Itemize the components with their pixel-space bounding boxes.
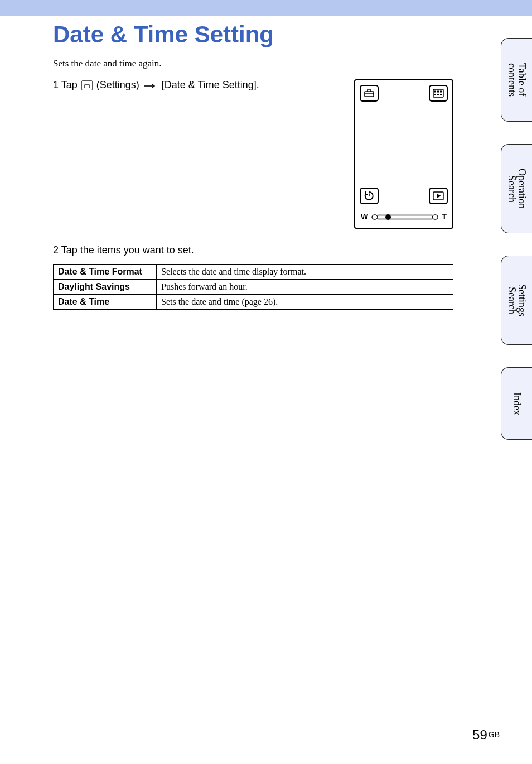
- table-row: Daylight Savings Pushes forward an hour.: [54, 280, 453, 295]
- tab-index[interactable]: Index: [501, 367, 532, 440]
- tab-table-of-contents[interactable]: Table of contents: [501, 38, 532, 122]
- tab-operation-search[interactable]: Operation Search: [501, 144, 532, 233]
- svg-rect-6: [440, 91, 442, 93]
- zoom-tele-label: T: [442, 212, 447, 221]
- side-tabs: Table of contents Operation Search Setti…: [474, 38, 532, 462]
- tab-settings-search[interactable]: Settings Search: [501, 256, 532, 345]
- step-1-target: [Date & Time Setting].: [159, 79, 259, 90]
- step-1-settings-label: (Settings): [94, 79, 142, 90]
- svg-rect-3: [433, 89, 443, 97]
- svg-point-14: [432, 215, 438, 219]
- step-1-row: 1 Tap (Settings) [Date & Time Setting].: [53, 79, 453, 229]
- tab-label: Index: [511, 392, 522, 415]
- device-screen-figure: W T: [354, 79, 453, 229]
- page-suffix: GB: [489, 730, 500, 739]
- step-2-number: 2: [53, 244, 59, 256]
- step-2-label: Tap the items you want to set.: [61, 244, 194, 256]
- header-band: [0, 0, 532, 16]
- svg-marker-12: [437, 194, 441, 198]
- row-key: Date & Time: [54, 295, 157, 310]
- zoom-track: [371, 214, 438, 219]
- figure-timer-button: [360, 188, 379, 204]
- settings-table: Date & Time Format Selects the date and …: [53, 264, 453, 310]
- grid-icon: [433, 89, 444, 98]
- zoom-bar: W T: [361, 210, 447, 223]
- svg-rect-5: [437, 91, 439, 93]
- figure-play-button: [429, 188, 448, 204]
- svg-point-13: [372, 215, 378, 219]
- step-1-text: 1 Tap (Settings) [Date & Time Setting].: [53, 79, 346, 92]
- play-icon: [433, 191, 444, 200]
- svg-point-17: [385, 214, 391, 220]
- svg-rect-9: [440, 94, 442, 95]
- row-desc: Sets the date and time (page 26).: [157, 295, 453, 310]
- svg-rect-7: [434, 94, 436, 95]
- tab-label: Table of contents: [506, 63, 528, 97]
- step-1-number: 1: [53, 79, 59, 90]
- figure-settings-button: [360, 85, 379, 102]
- table-row: Date & Time Format Selects the date and …: [54, 265, 453, 280]
- table-row: Date & Time Sets the date and time (page…: [54, 295, 453, 310]
- page-num: 59: [472, 727, 487, 742]
- toolbox-icon: [364, 88, 375, 98]
- row-key: Date & Time Format: [54, 265, 157, 280]
- step-2-text: 2 Tap the items you want to set.: [53, 244, 453, 256]
- svg-rect-8: [437, 94, 439, 95]
- main-content: Date & Time Setting Sets the date and ti…: [53, 21, 453, 310]
- step-2-block: 2 Tap the items you want to set. Date & …: [53, 244, 453, 310]
- zoom-wide-label: W: [361, 212, 368, 221]
- page-title: Date & Time Setting: [53, 21, 453, 48]
- page-number: 59GB: [472, 727, 500, 743]
- row-desc: Pushes forward an hour.: [157, 280, 453, 295]
- row-desc: Selects the date and time display format…: [157, 265, 453, 280]
- step-1-prefix: Tap: [61, 79, 80, 90]
- settings-icon: [81, 80, 93, 90]
- intro-text: Sets the date and time again.: [53, 58, 453, 69]
- svg-rect-4: [434, 91, 436, 93]
- row-key: Daylight Savings: [54, 280, 157, 295]
- arrow-right-icon: [144, 80, 157, 92]
- figure-thumbnail-button: [429, 85, 448, 102]
- timer-icon: [364, 190, 375, 201]
- tab-label: Settings Search: [506, 284, 528, 316]
- tab-label: Operation Search: [506, 169, 528, 209]
